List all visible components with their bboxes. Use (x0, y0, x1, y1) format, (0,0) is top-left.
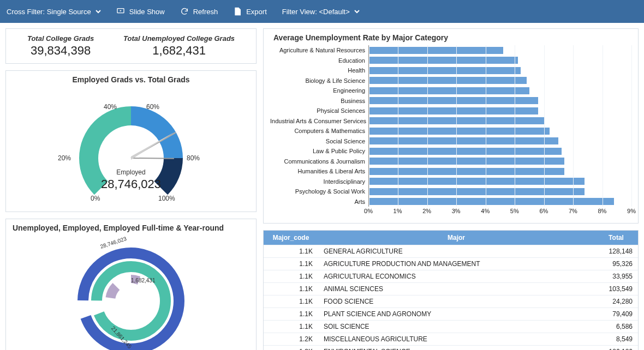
bar-category-label: Physical Sciences (270, 106, 368, 116)
bar-axis-tick: 0% (364, 208, 373, 214)
bar (369, 77, 527, 84)
majors-table[interactable]: Major_code Major Total 1.1KGENERAL AGRIC… (264, 231, 638, 350)
cell-total: 128,148 (594, 245, 638, 258)
col-total[interactable]: Total (594, 231, 638, 245)
table-row[interactable]: 1.3KENVIRONMENTAL SCIENCE106,106 (264, 346, 638, 351)
table-body: 1.1KGENERAL AGRICULTURE128,1481.1KAGRICU… (264, 245, 638, 351)
bar (369, 67, 521, 74)
bar-axis-tick: 1% (393, 208, 402, 214)
table-row[interactable]: 1.1KFOOD SCIENCE24,280 (264, 295, 638, 308)
cell-total: 95,326 (594, 258, 638, 270)
refresh-button[interactable]: Refresh (180, 7, 218, 16)
bar (369, 188, 585, 195)
table-panel: Major_code Major Total 1.1KGENERAL AGRIC… (263, 230, 639, 350)
table-row[interactable]: 1.1KAGRICULTURE PRODUCTION AND MANAGEMEN… (264, 258, 638, 270)
table-row[interactable]: 1.1KAGRICULTURAL ECONOMICS33,955 (264, 270, 638, 283)
export-icon (233, 7, 242, 16)
gauge-panel: Employed Grads vs. Total Grads (5, 70, 257, 212)
bar-row (369, 156, 631, 167)
cell-major: AGRICULTURE PRODUCTION AND MANAGEMENT (318, 258, 594, 270)
kpi-total-unemployed: Total Unemployed College Grads 1,682,431 (123, 34, 235, 58)
bar-category-label: Computers & Mathematics (270, 126, 368, 136)
cell-major-code: 1.1K (264, 258, 318, 270)
table-row[interactable]: 1.1KGENERAL AGRICULTURE128,148 (264, 245, 638, 258)
cell-major: MISCELLANEOUS AGRICULTURE (318, 333, 594, 346)
bar-chart[interactable]: Agriculture & Natural ResourcesEducation… (270, 45, 631, 207)
gauge-seg-1b (79, 106, 131, 158)
bar-x-axis: 0%1%2%3%4%5%6%7%8%9% (368, 208, 631, 219)
gauge-tick-20: 20% (58, 154, 71, 162)
cell-total: 33,955 (594, 270, 638, 283)
kpi-total-unemployed-value: 1,682,431 (123, 44, 235, 58)
cell-major-code: 1.3K (264, 346, 318, 351)
bar-category-label: Education (270, 56, 368, 66)
cell-total: 6,586 (594, 321, 638, 333)
chevron-down-icon (354, 9, 360, 14)
cell-major: GENERAL AGRICULTURE (318, 245, 594, 258)
bar-row (369, 116, 631, 126)
table-header-row: Major_code Major Total (264, 231, 638, 245)
dashboard-grid: Total College Grads 39,834,398 Total Une… (0, 23, 644, 350)
bar-category-label: Law & Public Policy (270, 146, 368, 156)
table-row[interactable]: 1.1KSOIL SCIENCE6,586 (264, 321, 638, 333)
cell-major-code: 1.1K (264, 308, 318, 321)
bar-row (369, 186, 631, 197)
bar-row (369, 106, 631, 116)
bar-row (369, 96, 631, 106)
refresh-icon (180, 7, 189, 16)
bar-axis-tick: 8% (598, 208, 606, 214)
bar-row (369, 76, 631, 86)
gauge-tick-60: 60% (146, 103, 159, 111)
bar (369, 128, 550, 135)
slide-show-button[interactable]: Slide Show (116, 7, 165, 16)
gauge-center-label: Employed (116, 168, 145, 176)
col-major[interactable]: Major (318, 231, 594, 245)
bar-category-label: Engineering (270, 86, 368, 96)
bar-row (369, 65, 631, 76)
cell-major: ENVIRONMENTAL SCIENCE (318, 346, 594, 351)
bar (369, 47, 503, 54)
kpi-total-grads-value: 39,834,398 (27, 44, 94, 58)
bar (369, 137, 558, 144)
cell-major-code: 1.1K (264, 295, 318, 308)
col-major-code[interactable]: Major_code (264, 231, 318, 245)
filter-view-dropdown[interactable]: Filter View: <Default> (282, 8, 360, 16)
kpi-total-grads: Total College Grads 39,834,398 (27, 34, 94, 58)
kpi-panel: Total College Grads 39,834,398 Total Une… (5, 28, 257, 64)
bar-category-label: Biology & Life Science (270, 76, 368, 86)
gauge-title: Employed Grads vs. Total Grads (13, 75, 249, 84)
export-button[interactable]: Export (233, 7, 267, 16)
bar-axis-tick: 7% (569, 208, 577, 214)
bar-axis-tick: 9% (627, 208, 636, 214)
bar-row (369, 45, 631, 56)
cell-major-code: 1.1K (264, 321, 318, 333)
gauge-chart[interactable]: 0% 20% 40% 60% 80% 100% Employed 28,746,… (13, 87, 249, 207)
table-row[interactable]: 1.1KPLANT SCIENCE AND AGRONOMY79,409 (264, 308, 638, 321)
cross-filter-dropdown[interactable]: Cross Filter: Single Source (7, 8, 101, 16)
bar-row (369, 197, 631, 207)
cross-filter-label: Cross Filter: Single Source (7, 8, 91, 16)
gauge-tick-80: 80% (187, 154, 200, 162)
bar-axis-tick: 5% (510, 208, 519, 214)
donut-chart[interactable]: 28,746,023 1,682,431 21,861,245 (13, 236, 249, 350)
table-row[interactable]: 1.2KMISCELLANEOUS AGRICULTURE8,549 (264, 333, 638, 346)
cell-major: AGRICULTURAL ECONOMICS (318, 270, 594, 283)
table-row[interactable]: 1.1KANIMAL SCIENCES103,549 (264, 283, 638, 295)
presentation-icon (116, 7, 125, 16)
cell-major-code: 1.1K (264, 245, 318, 258)
bar-category-label: Industrial Arts & Consumer Services (270, 116, 368, 126)
bar-axis-tick: 2% (422, 208, 431, 214)
bar-row (369, 56, 631, 66)
filter-view-label: Filter View: <Default> (282, 8, 350, 16)
export-label: Export (246, 8, 267, 16)
bar-category-labels: Agriculture & Natural ResourcesEducation… (270, 45, 368, 207)
donut-title: Unemployed, Employed, Employed Full-time… (13, 224, 249, 232)
bar-panel: Average Unemployment Rate by Major Categ… (263, 28, 639, 224)
bar-category-label: Interdisciplinary (270, 177, 368, 187)
bar-title: Average Unemployment Rate by Major Categ… (270, 33, 631, 42)
bar-row (369, 177, 631, 187)
top-toolbar: Cross Filter: Single Source Slide Show R… (0, 0, 644, 23)
bar-axis-tick: 6% (539, 208, 548, 214)
cell-major: PLANT SCIENCE AND AGRONOMY (318, 308, 594, 321)
bar-axis-tick: 4% (481, 208, 490, 214)
